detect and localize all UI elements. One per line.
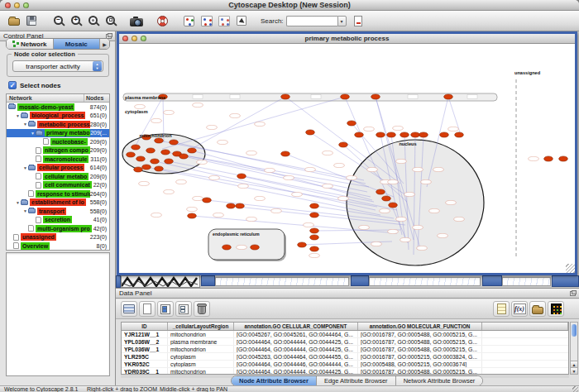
network-node[interactable] xyxy=(134,167,143,172)
network-view-icon[interactable] xyxy=(198,12,215,29)
tab-node-attribute-browser[interactable]: Node Attribute Browser xyxy=(232,376,317,385)
network-node[interactable] xyxy=(227,203,236,208)
column-header[interactable]: ID xyxy=(122,323,168,330)
table-row[interactable]: YDR039C__1mitochondrion[GO:0044464, GO:0… xyxy=(122,368,568,375)
network-node[interactable] xyxy=(161,150,170,155)
tree-row[interactable]: ▼transport558(0) xyxy=(7,207,109,216)
new-attribute-icon[interactable] xyxy=(139,301,156,317)
network-node[interactable] xyxy=(389,203,398,208)
scroll-down-icon[interactable]: ▼ xyxy=(571,367,577,374)
network-node[interactable] xyxy=(411,132,420,137)
zoom-selected-icon[interactable] xyxy=(84,12,101,29)
background-window-fragment[interactable] xyxy=(482,275,502,286)
search-dropdown-arrow[interactable]: ▾ xyxy=(337,16,347,26)
tab-network-attribute-browser[interactable]: Network Attribute Browser xyxy=(396,376,483,385)
network-node[interactable] xyxy=(151,159,160,164)
tree-row[interactable]: mosaic-demo-yeast874(0) xyxy=(7,103,109,112)
delete-attribute-icon[interactable] xyxy=(194,301,210,317)
zoom-out-icon[interactable]: − xyxy=(49,12,66,29)
tree-row[interactable]: ▼establishment of lo558(0) xyxy=(7,198,109,208)
network-node[interactable] xyxy=(341,94,350,99)
network-node[interactable] xyxy=(170,140,179,145)
table-row[interactable]: YPL036W__2plasma membrane[GO:0044464, GO… xyxy=(122,338,568,346)
network-node[interactable] xyxy=(223,245,232,250)
matrix-icon[interactable] xyxy=(548,301,564,317)
network-canvas[interactable]: plasma membranecytoplasmmitochondrionnuc… xyxy=(119,45,575,273)
network-node[interactable] xyxy=(188,148,197,153)
network-node[interactable] xyxy=(155,138,164,143)
network-node[interactable] xyxy=(298,242,307,247)
table-row[interactable]: YLR295Ccytoplasm[GO:0045263, GO:0044464,… xyxy=(122,353,568,361)
background-window-fragment[interactable] xyxy=(369,277,481,286)
network-node[interactable] xyxy=(355,132,364,137)
tree-col-network[interactable]: Network xyxy=(7,94,84,102)
tab-edge-attribute-browser[interactable]: Edge Attribute Browser xyxy=(317,376,396,385)
background-window-fragment[interactable] xyxy=(215,277,349,286)
network-node[interactable] xyxy=(339,142,348,147)
unselect-all-attributes-icon[interactable] xyxy=(175,301,192,317)
network-node[interactable] xyxy=(376,189,385,194)
background-window-fragment[interactable] xyxy=(552,275,579,287)
column-header[interactable]: _cellularLayoutRegion xyxy=(168,323,234,330)
birds-eye-view[interactable] xyxy=(6,252,110,376)
background-window-fragment[interactable] xyxy=(201,275,215,286)
network-edit-icon[interactable] xyxy=(215,12,232,29)
tab-network[interactable]: Network xyxy=(7,39,54,49)
network-node[interactable] xyxy=(306,130,315,135)
vizmapper-icon[interactable] xyxy=(180,12,198,29)
float-data-panel-icon[interactable] xyxy=(570,291,576,296)
network-node[interactable] xyxy=(236,203,245,208)
tree-row[interactable]: secretion41(0) xyxy=(7,216,109,225)
network-node[interactable] xyxy=(310,228,319,233)
network-node[interactable] xyxy=(165,159,174,164)
select-all-attributes-icon[interactable] xyxy=(157,301,174,317)
network-node[interactable] xyxy=(251,245,260,250)
zoom-fit-icon[interactable] xyxy=(101,12,118,29)
network-node[interactable] xyxy=(142,165,151,170)
attribute-table-icon[interactable] xyxy=(121,301,137,317)
tree-row[interactable]: ▼metabolic process280(0) xyxy=(7,120,109,129)
network-node[interactable] xyxy=(347,121,356,126)
table-row[interactable]: YPL036W__1mitochondrion[GO:0044464, GO:0… xyxy=(122,346,568,353)
select-nodes-checkbox[interactable]: ✓ xyxy=(8,81,17,89)
zoom-in-icon[interactable]: + xyxy=(66,12,84,29)
network-node[interactable] xyxy=(155,166,164,171)
tree-row[interactable]: multi-organism pro42(0) xyxy=(7,224,109,233)
tree-row[interactable]: cellular metabo209(0) xyxy=(7,172,109,181)
network-node[interactable] xyxy=(127,152,136,157)
network-node[interactable] xyxy=(310,246,319,251)
frame-resize-grip[interactable] xyxy=(566,264,575,273)
function-builder-icon[interactable]: f(x) xyxy=(511,301,528,317)
table-vertical-scrollbar[interactable]: ▲ ▼ xyxy=(570,322,578,375)
tree-row[interactable]: ▼biological_process651(0) xyxy=(7,112,109,121)
tree-row[interactable]: response to stimulu264(0) xyxy=(7,189,109,198)
tree-row[interactable]: ▼cellular process614(0) xyxy=(7,164,109,173)
network-node[interactable] xyxy=(559,156,568,161)
tree-row[interactable]: nitrogen compo209(0) xyxy=(7,146,109,155)
network-node[interactable] xyxy=(444,94,453,99)
tree-row[interactable]: nucleobase-209(0) xyxy=(7,137,109,146)
search-input[interactable] xyxy=(286,16,337,26)
background-window-fragment[interactable] xyxy=(121,275,200,288)
tree-col-nodes[interactable]: Nodes xyxy=(84,94,109,102)
annotation-icon[interactable] xyxy=(232,12,250,29)
table-row[interactable]: YJR121W__1mitochondrion[GO:0045267, GO:0… xyxy=(122,331,568,338)
network-node[interactable] xyxy=(310,235,319,240)
network-node[interactable] xyxy=(544,156,553,161)
node-color-dropdown[interactable]: transporter activity ▲▼ xyxy=(12,60,103,72)
notepad-icon[interactable] xyxy=(493,301,510,317)
network-node[interactable] xyxy=(132,145,141,150)
table-row[interactable]: YKR052Ccytoplasm[GO:0044464, GO:0044446,… xyxy=(122,361,568,368)
background-window-fragment[interactable] xyxy=(351,275,369,286)
network-node[interactable] xyxy=(188,213,197,218)
camera-icon[interactable] xyxy=(127,12,145,29)
tree-row[interactable]: cell communicat22(0) xyxy=(7,181,109,190)
tree-row[interactable]: ▼primary metabo209(... xyxy=(7,129,109,138)
network-node[interactable] xyxy=(419,132,428,137)
network-node[interactable] xyxy=(440,132,449,137)
scroll-up-icon[interactable]: ▲ xyxy=(571,361,577,367)
import-attributes-icon[interactable] xyxy=(529,301,546,317)
network-node[interactable] xyxy=(237,174,246,179)
tree-row[interactable]: macromolecule311(0) xyxy=(7,155,109,164)
network-node[interactable] xyxy=(281,94,290,99)
